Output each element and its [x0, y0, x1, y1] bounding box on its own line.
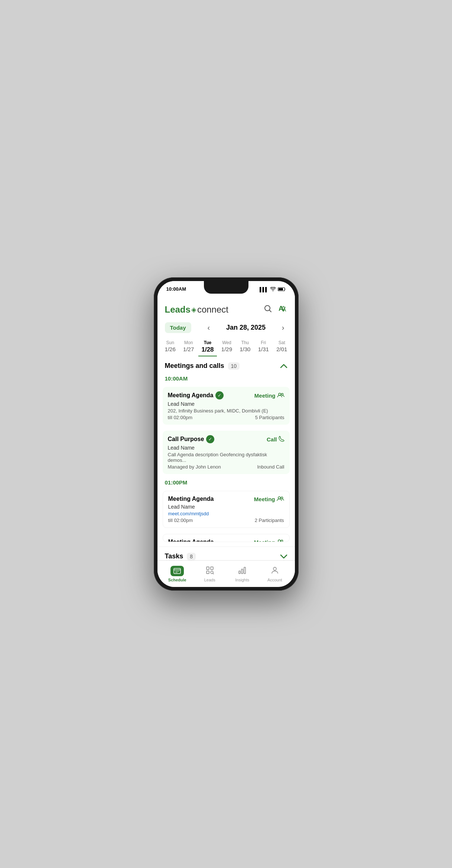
- svg-point-15: [278, 540, 280, 542]
- today-button[interactable]: Today: [165, 322, 191, 333]
- day-mon[interactable]: Mon 1/27: [180, 339, 197, 356]
- day-name-tue: Tue: [204, 340, 211, 345]
- event-3-type: Meeting: [254, 496, 284, 502]
- tasks-count: 8: [187, 553, 196, 560]
- notch: [204, 281, 248, 294]
- event-card-3[interactable]: Meeting Agenda Meeting: [163, 491, 290, 528]
- nav-item-schedule[interactable]: Schedule: [161, 566, 194, 582]
- call-icon: [279, 436, 284, 443]
- account-icon: [270, 566, 279, 576]
- event-1-address: 202, Infinity Business park, MIDC, Dombi…: [168, 408, 284, 414]
- event-2-lead: Lead Name: [168, 445, 284, 451]
- svg-point-11: [279, 393, 281, 395]
- event-1-title: Meeting Agenda: [168, 392, 214, 399]
- svg-rect-2: [279, 288, 283, 290]
- event-1-bottom: till 02:00pm 5 Participants: [168, 415, 284, 420]
- current-date: Jan 28, 2025: [226, 324, 266, 332]
- meetings-title: Meetings and calls 10: [165, 362, 240, 370]
- day-name-wed: Wed: [222, 340, 231, 345]
- event-1-title-row: Meeting Agenda ✓: [168, 391, 224, 399]
- tasks-section-header: Tasks 8: [157, 546, 295, 560]
- event-4-top: Meeting Agenda Meeting: [168, 539, 284, 542]
- event-1-participants: 5 Participants: [255, 415, 284, 420]
- event-2-top: Call Purpose ✓ Call: [168, 435, 284, 443]
- prev-arrow[interactable]: ‹: [204, 322, 213, 333]
- day-name-sat: Sat: [279, 340, 285, 345]
- event-card-1[interactable]: Meeting Agenda ✓ Meeting: [163, 387, 290, 425]
- svg-rect-21: [207, 567, 209, 570]
- battery-icon: [278, 286, 286, 293]
- day-date-sun: 1/26: [165, 346, 176, 352]
- nav-item-account[interactable]: Account: [258, 566, 291, 582]
- meeting-icon-1: [277, 392, 284, 399]
- nav-item-leads[interactable]: Leads: [194, 566, 226, 582]
- nav-insights-label: Insights: [235, 578, 249, 582]
- logo-diamond: ◈: [191, 306, 196, 314]
- day-date-sat: 2/01: [276, 346, 287, 352]
- calendar-nav: Today ‹ Jan 28, 2025 ›: [157, 319, 295, 336]
- svg-rect-17: [174, 568, 181, 574]
- day-sat[interactable]: Sat 2/01: [273, 339, 290, 356]
- event-4-title: Meeting Agenda: [168, 539, 214, 542]
- app-header: Leads ◈ connect A A: [157, 300, 295, 319]
- event-3-link[interactable]: meet.com/mmtjsdd: [168, 511, 284, 516]
- day-name-thu: Thu: [241, 340, 249, 345]
- time-label-2: 01:00PM: [157, 477, 295, 488]
- next-arrow[interactable]: ›: [279, 322, 287, 333]
- event-1-top: Meeting Agenda ✓ Meeting: [168, 391, 284, 399]
- event-3-bottom: till 02:00pm 2 Participants: [168, 518, 284, 523]
- meetings-title-text: Meetings and calls: [165, 362, 224, 370]
- meeting-icon-4: [277, 539, 284, 542]
- wifi-icon: [270, 287, 276, 293]
- svg-rect-23: [207, 571, 209, 574]
- day-date-thu: 1/30: [240, 346, 250, 352]
- status-time: 10:00AM: [166, 286, 186, 292]
- nav-schedule-label: Schedule: [168, 578, 186, 582]
- event-2-managed: Managed by John Lenon: [168, 464, 221, 470]
- event-2-title: Call Purpose: [168, 436, 204, 443]
- event-1-lead: Lead Name: [168, 401, 284, 407]
- status-bar: 10:00AM ▌▌▌: [157, 281, 295, 300]
- event-3-time: till 02:00pm: [168, 518, 193, 523]
- signal-icon: ▌▌▌: [260, 287, 268, 292]
- translate-icon[interactable]: A A: [279, 304, 287, 315]
- event-2-type: Call: [267, 436, 284, 443]
- day-wed[interactable]: Wed 1/29: [218, 339, 235, 356]
- day-fri[interactable]: Fri 1/31: [255, 339, 272, 356]
- event-1-type: Meeting: [254, 392, 284, 399]
- day-date-tue: 1/28: [201, 346, 214, 353]
- event-card-4-partial[interactable]: Meeting Agenda Meeting: [163, 534, 290, 542]
- event-1-time: till 02:00pm: [168, 415, 192, 420]
- event-3-lead: Lead Name: [168, 504, 284, 510]
- day-thu[interactable]: Thu 1/30: [237, 339, 253, 356]
- meetings-chevron-icon[interactable]: [280, 362, 287, 370]
- day-name-mon: Mon: [184, 340, 193, 345]
- svg-line-25: [213, 573, 214, 574]
- time-label-1: 10:00AM: [157, 373, 295, 384]
- insights-icon: [238, 566, 247, 576]
- svg-point-0: [273, 291, 273, 291]
- svg-rect-26: [239, 571, 240, 574]
- nav-account-label: Account: [267, 578, 282, 582]
- day-tue[interactable]: Tue 1/28: [198, 339, 217, 356]
- meetings-count: 10: [228, 362, 240, 370]
- event-4-title-row: Meeting Agenda: [168, 539, 214, 542]
- day-name-fri: Fri: [261, 340, 266, 345]
- tasks-chevron-icon[interactable]: [280, 552, 287, 560]
- day-name-sun: Sun: [166, 340, 174, 345]
- svg-rect-22: [211, 567, 213, 570]
- search-icon[interactable]: [264, 304, 272, 315]
- event-card-2[interactable]: Call Purpose ✓ Call Lead Name Call Agend…: [163, 431, 290, 474]
- tasks-title-text: Tasks: [165, 552, 183, 560]
- logo-leads: Leads: [165, 304, 191, 315]
- week-strip: Sun 1/26 Mon 1/27 Tue 1/28 Wed 1/29 Thu: [157, 336, 295, 356]
- event-1-check-icon: ✓: [215, 391, 224, 399]
- nav-item-insights[interactable]: Insights: [226, 566, 259, 582]
- svg-point-13: [278, 497, 280, 499]
- day-date-wed: 1/29: [221, 346, 232, 352]
- event-2-bottom: Managed by John Lenon Inbound Call: [168, 464, 284, 470]
- svg-rect-28: [244, 567, 245, 574]
- phone-frame: 10:00AM ▌▌▌: [154, 277, 299, 591]
- svg-point-29: [273, 567, 276, 570]
- day-sun[interactable]: Sun 1/26: [162, 339, 179, 356]
